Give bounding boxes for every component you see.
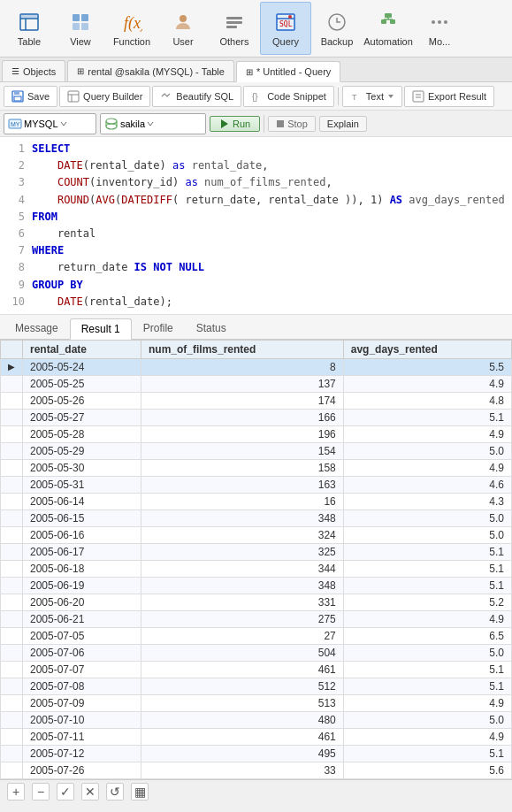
cell-avg-days: 4.3 [343, 493, 511, 509]
table-row[interactable]: 2005-06-19 348 5.1 [1, 577, 512, 594]
table-row[interactable]: 2005-06-21 275 4.9 [1, 610, 512, 627]
tab-rental[interactable]: ⊞ rental @sakila (MYSQL) - Table [67, 60, 234, 81]
table-row[interactable]: 2005-07-11 461 4.9 [1, 728, 512, 745]
row-marker [1, 745, 23, 762]
table-row[interactable]: ▶ 2005-05-24 8 5.5 [1, 358, 512, 375]
svg-point-40 [106, 119, 117, 124]
toolbar-more[interactable]: Mo... [414, 2, 465, 55]
table-row[interactable]: 2005-07-09 513 4.9 [1, 694, 512, 711]
table-row[interactable]: 2005-07-26 33 5.6 [1, 762, 512, 778]
toolbar-function-label: Function [113, 36, 150, 47]
db-type-selector[interactable]: MY MYSQL [4, 113, 96, 134]
code-line-8: 8 return_date IS NOT NULL [0, 259, 512, 276]
table-row[interactable]: 2005-05-26 174 4.8 [1, 392, 512, 409]
text-button[interactable]: T Text [342, 86, 402, 107]
cancel-button[interactable]: ✕ [81, 783, 99, 801]
tab-objects[interactable]: ☰ Objects [2, 60, 65, 81]
table-row[interactable]: 2005-06-15 348 5.0 [1, 509, 512, 526]
code-snippet-button[interactable]: {} Code Snippet [243, 86, 334, 107]
cell-rental-date: 2005-05-26 [23, 392, 141, 409]
table-row[interactable]: 2005-07-12 495 5.1 [1, 745, 512, 762]
check-button[interactable]: ✓ [57, 783, 74, 801]
cell-num-films: 27 [141, 627, 343, 644]
col-avg-days[interactable]: avg_days_rented [343, 340, 511, 358]
cell-avg-days: 5.0 [343, 526, 511, 543]
stop-button[interactable]: Stop [268, 116, 316, 132]
row-marker [1, 560, 23, 577]
code-line-6: 6 rental [0, 226, 512, 242]
row-marker [1, 762, 23, 778]
tab-result1[interactable]: Result 1 [70, 318, 132, 340]
code-editor[interactable]: 1 SELECT 2 DATE(rental_date) as rental_d… [0, 137, 512, 315]
col-rental-date[interactable]: rental_date [23, 340, 141, 358]
query-builder-button[interactable]: Query Builder [59, 86, 150, 107]
svg-rect-7 [81, 23, 88, 30]
row-marker [1, 728, 23, 745]
query-builder-icon [67, 90, 80, 103]
user-icon [171, 10, 195, 34]
table-row[interactable]: 2005-07-05 27 6.5 [1, 627, 512, 644]
schema-chevron [147, 120, 154, 127]
cell-rental-date: 2005-06-15 [23, 509, 141, 526]
cell-avg-days: 5.1 [343, 543, 511, 560]
toolbar-others[interactable]: Others [209, 2, 260, 55]
data-table-wrap[interactable]: rental_date num_of_films_rented avg_days… [0, 340, 512, 779]
table-row[interactable]: 2005-05-30 158 4.9 [1, 459, 512, 476]
cell-avg-days: 4.8 [343, 392, 511, 409]
table-row[interactable]: 2005-05-27 166 5.1 [1, 409, 512, 425]
toolbar-table-label: Table [18, 36, 41, 47]
cell-avg-days: 5.5 [343, 358, 511, 375]
table-row[interactable]: 2005-05-29 154 5.0 [1, 442, 512, 459]
refresh-button[interactable]: ↺ [106, 783, 124, 801]
run-button[interactable]: Run [210, 116, 260, 132]
cell-num-films: 158 [141, 459, 343, 476]
grid-button[interactable]: ▦ [131, 783, 149, 801]
cell-num-films: 325 [141, 543, 343, 560]
toolbar-table[interactable]: Table [4, 2, 55, 55]
table-row[interactable]: 2005-07-10 480 5.0 [1, 711, 512, 728]
table-row[interactable]: 2005-05-25 137 4.9 [1, 375, 512, 392]
tab-message[interactable]: Message [4, 318, 70, 339]
table-row[interactable]: 2005-06-14 16 4.3 [1, 493, 512, 509]
table-row[interactable]: 2005-06-20 331 5.2 [1, 594, 512, 610]
beautify-button[interactable]: Beautify SQL [152, 86, 241, 107]
table-row[interactable]: 2005-06-16 324 5.0 [1, 526, 512, 543]
cell-num-films: 348 [141, 509, 343, 526]
svg-text:SQL: SQL [279, 20, 293, 28]
table-row[interactable]: 2005-07-08 512 5.1 [1, 678, 512, 694]
cell-num-films: 512 [141, 678, 343, 694]
toolbar-backup[interactable]: Backup [311, 2, 363, 55]
toolbar-user[interactable]: User [157, 2, 209, 55]
table-row[interactable]: 2005-06-18 344 5.1 [1, 560, 512, 577]
table-row[interactable]: 2005-05-31 163 4.6 [1, 476, 512, 493]
rental-table-icon: ⊞ [77, 66, 84, 76]
svg-point-24 [432, 20, 435, 24]
tab-untitled-query[interactable]: ⊞ * Untitled - Query [236, 61, 340, 82]
remove-row-button[interactable]: − [32, 783, 50, 801]
tab-status[interactable]: Status [185, 318, 238, 339]
cell-avg-days: 5.0 [343, 711, 511, 728]
tab-message-label: Message [15, 322, 58, 334]
toolbar-query[interactable]: SQL Query [260, 2, 311, 55]
svg-point-25 [438, 20, 441, 24]
table-row[interactable]: 2005-06-17 325 5.1 [1, 543, 512, 560]
explain-button[interactable]: Explain [319, 116, 367, 132]
table-row[interactable]: 2005-05-28 196 4.9 [1, 425, 512, 442]
export-button[interactable]: Export Result [404, 86, 494, 107]
schema-selector[interactable]: sakila [100, 113, 206, 134]
explain-label: Explain [327, 119, 359, 129]
toolbar-view[interactable]: View [55, 2, 106, 55]
query-icon: SQL [273, 10, 298, 34]
toolbar-automation[interactable]: Automation [363, 2, 414, 55]
add-row-button[interactable]: + [7, 783, 25, 801]
col-num-films[interactable]: num_of_films_rented [141, 340, 343, 358]
save-button[interactable]: Save [4, 86, 57, 107]
toolbar-function[interactable]: f(x) Function [106, 2, 157, 55]
row-marker [1, 610, 23, 627]
cell-rental-date: 2005-07-06 [23, 644, 141, 661]
table-row[interactable]: 2005-07-07 461 5.1 [1, 661, 512, 678]
table-row[interactable]: 2005-07-06 504 5.0 [1, 644, 512, 661]
tab-profile[interactable]: Profile [132, 318, 185, 339]
row-marker [1, 476, 23, 493]
row-marker [1, 694, 23, 711]
